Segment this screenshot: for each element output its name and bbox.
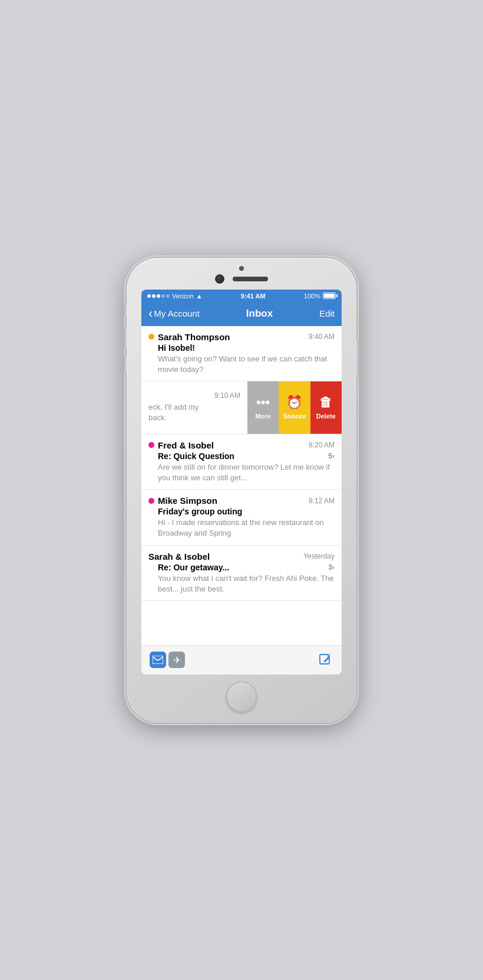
signal-dot-2 [152,294,156,298]
signal-dot-1 [147,294,151,298]
edit-button[interactable]: Edit [319,308,335,318]
screen: Verizon ▲ 9:41 AM 100% My Account Inbox … [141,290,342,675]
status-time: 9:41 AM [241,293,266,300]
battery-indicator [323,293,336,299]
back-button[interactable]: My Account [148,307,200,320]
sender-row-4: Sarah & Isobel [148,552,210,562]
signal-dot-5 [166,294,170,298]
more-icon: ••• [256,395,270,410]
status-bar: Verizon ▲ 9:41 AM 100% [141,290,342,303]
email-item-swiped[interactable]: 9:10 AM eck. I'll add myback. ••• More ⏰… [141,381,342,434]
email-preview-2: Are we still on for dinner tomorrow? Let… [158,462,335,483]
email-time-3: 8:12 AM [309,497,335,505]
compose-icon [318,653,332,667]
phone-frame: Verizon ▲ 9:41 AM 100% My Account Inbox … [127,258,356,723]
top-dot [239,266,244,271]
sender-name-1: Sarah Thompson [158,332,230,342]
email-item-sarah-thompson[interactable]: Sarah Thompson 9:40 AM Hi Isobel! What's… [141,326,342,381]
delete-label: Delete [316,413,336,420]
swipe-time: 9:10 AM [148,391,240,400]
trash-icon: 🗑 [319,395,332,410]
delete-action-button[interactable]: 🗑 Delete [310,381,342,434]
email-item-fred-isobel[interactable]: Fred & Isobel 8:20 AM Re: Quick Question… [141,434,342,490]
unread-dot-2 [148,442,154,448]
plane-icon: ✈ [173,655,181,666]
travel-app-icon[interactable]: ✈ [168,652,185,668]
sender-row-1: Sarah Thompson [148,332,230,342]
front-camera [215,274,224,284]
email-header-1: Sarah Thompson 9:40 AM [148,332,335,342]
back-chevron-icon [148,307,153,320]
apps-area: ✈ [150,652,185,668]
email-item-sarah-isobel[interactable]: Sarah & Isobel Yesterday Re: Our getaway… [141,546,342,601]
nav-title: Inbox [246,308,273,320]
signal-dot-3 [157,294,160,298]
phone-top [127,258,356,284]
snooze-icon: ⏰ [286,395,302,410]
volume-up-button[interactable] [124,328,127,347]
email-header-3: Mike Simpson 8:12 AM [148,496,335,506]
home-button[interactable] [226,682,257,712]
wifi-icon: ▲ [196,293,203,300]
email-preview-1: What's going on? Want to see if we can c… [158,354,335,375]
email-subject-4: Re: Our getaway... 3› [158,563,335,572]
email-subject-1: Hi Isobel! [158,343,335,353]
sender-name-3: Mike Simpson [158,496,217,506]
swipe-actions: ••• More ⏰ Snooze 🗑 Delete [247,381,342,434]
swipe-preview: eck. I'll add myback. [148,402,240,423]
navigation-bar: My Account Inbox Edit [141,303,342,326]
thread-count-2: 5› [328,452,335,460]
email-preview-3: Hi - I made reservations at the new rest… [158,517,335,539]
mail-icon [153,656,163,664]
status-left: Verizon ▲ [147,293,203,300]
compose-button[interactable] [317,652,333,668]
power-button[interactable] [356,340,359,376]
email-subject-3: Friday's group outing [158,507,335,516]
signal-strength [147,294,170,298]
snooze-action-button[interactable]: ⏰ Snooze [279,381,310,434]
signal-dot-4 [161,294,165,298]
battery-percent-label: 100% [304,293,320,300]
email-header-4: Sarah & Isobel Yesterday [148,552,335,562]
home-button-area [127,675,356,723]
bottom-toolbar: ✈ [141,645,342,675]
sender-name-2: Fred & Isobel [158,440,214,450]
sender-row-3: Mike Simpson [148,496,217,506]
earpiece-speaker [233,277,268,281]
status-right: 100% [304,293,336,300]
email-time-1: 9:40 AM [309,333,335,341]
svg-rect-0 [153,656,163,664]
unread-dot-3 [148,498,154,504]
email-header-2: Fred & Isobel 8:20 AM [148,440,335,450]
battery-fill [324,294,335,298]
sender-row-2: Fred & Isobel [148,440,214,450]
email-item-mike-simpson[interactable]: Mike Simpson 8:12 AM Friday's group outi… [141,490,342,545]
back-label: My Account [154,308,200,318]
snooze-label: Snooze [283,413,306,420]
thread-count-4: 3› [328,563,335,572]
email-list: Sarah Thompson 9:40 AM Hi Isobel! What's… [141,326,342,645]
volume-down-button[interactable] [124,355,127,374]
more-label: More [256,413,271,420]
email-preview-4: You know what I can't wait for? Fresh Ah… [158,573,335,594]
email-subject-2: Re: Quick Question 5› [158,451,335,461]
email-time-4: Yesterday [303,552,335,560]
more-action-button[interactable]: ••• More [247,381,279,434]
mail-app-icon[interactable] [150,652,166,668]
sender-name-4: Sarah & Isobel [148,552,210,562]
mute-button[interactable] [124,305,127,317]
battery-box [323,293,336,299]
unread-dot-1 [148,334,154,340]
email-time-2: 8:20 AM [309,441,335,449]
swipe-email-content: 9:10 AM eck. I'll add myback. [141,381,247,434]
carrier-label: Verizon [172,293,194,300]
